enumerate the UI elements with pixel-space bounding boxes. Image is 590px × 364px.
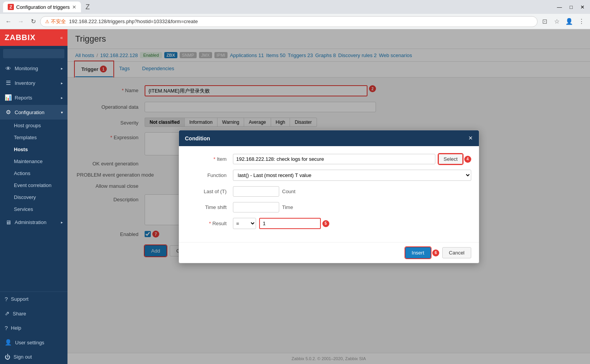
- inventory-icon: ☰: [5, 79, 12, 86]
- last-of-control: Count: [233, 186, 471, 197]
- modal-row-function: Function last() - Last (most recent) T v…: [187, 170, 471, 181]
- sidebar-sub-item-services[interactable]: Services: [0, 203, 67, 215]
- profile-button[interactable]: 👤: [564, 16, 575, 27]
- count-label: Count: [282, 189, 296, 194]
- sidebar-logo: ZABBIX «: [0, 29, 67, 46]
- help-label: Help: [11, 325, 21, 331]
- modal-cancel-button[interactable]: Cancel: [442, 247, 471, 258]
- content-wrapper: Triggers All hosts / 192.168.222.128 Ena…: [67, 29, 590, 364]
- sidebar-bottom-support[interactable]: ? Support: [0, 292, 67, 306]
- last-of-label: Last of (T): [187, 189, 233, 194]
- sidebar-item-configuration[interactable]: ⚙ Configuration ▾: [0, 105, 67, 120]
- chevron-right-icon: ▸: [61, 220, 63, 224]
- admin-icon: 🖥: [5, 219, 12, 226]
- browser-tab[interactable]: Z Configuration of triggers ✕: [3, 2, 81, 12]
- menu-button[interactable]: ⋮: [576, 16, 587, 27]
- sidebar-item-label: Inventory: [15, 80, 35, 86]
- sidebar-item-label: Reports: [15, 95, 32, 101]
- tab-title: Configuration of triggers: [16, 4, 70, 10]
- search-input[interactable]: [3, 49, 64, 58]
- browser-controls: ← → ↻ ⚠ 不安全 192.168.222.128/triggers.php…: [0, 14, 590, 29]
- app-container: ZABBIX « 👁 Monitoring ▸ ☰ Inventory ▸ 📊 …: [0, 29, 590, 364]
- chevron-right-icon: ▸: [61, 66, 63, 71]
- insert-button[interactable]: Insert: [405, 247, 431, 258]
- modal-footer: Insert 6 Cancel: [179, 242, 479, 263]
- back-button[interactable]: ←: [3, 16, 14, 27]
- sidebar-sub-item-event-correlation[interactable]: Event correlation: [0, 179, 67, 191]
- modal-row-time-shift: Time shift Time: [187, 202, 471, 212]
- sidebar-sub-item-host-groups[interactable]: Host groups: [0, 120, 67, 131]
- sidebar-search: [0, 46, 67, 61]
- step-badge-5: 5: [322, 220, 329, 227]
- modal-row-result: * Result = 5: [187, 218, 471, 229]
- last-of-input[interactable]: [233, 186, 279, 197]
- sidebar-item-monitoring[interactable]: 👁 Monitoring ▸: [0, 61, 67, 76]
- sidebar-bottom-user-settings[interactable]: 👤 User settings: [0, 335, 67, 350]
- close-button[interactable]: ✕: [578, 4, 587, 10]
- sidebar-bottom-sign-out[interactable]: ⏻ Sign out: [0, 350, 67, 364]
- browser-titlebar: Z Configuration of triggers ✕ Z — □ ✕: [0, 0, 590, 14]
- sidebar-sub-item-templates[interactable]: Templates: [0, 131, 67, 143]
- sidebar-sub-item-hosts[interactable]: Hosts: [0, 143, 67, 155]
- address-bar[interactable]: ⚠ 不安全 192.168.222.128/triggers.php?hosti…: [40, 16, 538, 27]
- user-icon: 👤: [5, 339, 12, 346]
- item-control: Select 4: [233, 154, 471, 164]
- minimize-button[interactable]: —: [555, 4, 564, 10]
- modal-title: Condition: [185, 135, 210, 142]
- sidebar-collapse-icon[interactable]: «: [60, 35, 63, 40]
- sidebar-item-administration[interactable]: 🖥 Administration ▸: [0, 215, 67, 229]
- cast-button[interactable]: ⊡: [539, 16, 550, 27]
- maximize-button[interactable]: □: [567, 4, 575, 10]
- item-input[interactable]: [233, 154, 436, 164]
- logo-text: ZABBIX: [5, 33, 35, 42]
- sidebar-item-reports[interactable]: 📊 Reports ▸: [0, 90, 67, 105]
- time-shift-label: Time shift: [187, 204, 233, 210]
- item-label: * Item: [187, 156, 233, 162]
- address-text: 192.168.222.128/triggers.php?hostid=1033…: [69, 19, 533, 24]
- sidebar-bottom-help[interactable]: ? Help: [0, 321, 67, 335]
- result-control: = 5: [233, 218, 471, 229]
- select-button[interactable]: Select: [438, 154, 462, 164]
- share-icon: ⇗: [5, 310, 10, 317]
- user-settings-label: User settings: [15, 340, 44, 345]
- sidebar-item-label: Administration: [15, 219, 46, 225]
- time-shift-input[interactable]: [233, 202, 279, 212]
- modal-close-button[interactable]: ×: [469, 134, 473, 142]
- forward-button[interactable]: →: [15, 16, 26, 27]
- modal-header: Condition ×: [179, 130, 479, 146]
- condition-modal: Condition × * Item: [179, 130, 479, 263]
- sign-out-label: Sign out: [13, 354, 32, 360]
- time-shift-control: Time: [233, 202, 471, 212]
- share-label: Share: [13, 311, 26, 317]
- sidebar-sub-item-discovery[interactable]: Discovery: [0, 191, 67, 203]
- sidebar: ZABBIX « 👁 Monitoring ▸ ☰ Inventory ▸ 📊 …: [0, 29, 67, 364]
- chevron-right-icon: ▸: [61, 96, 63, 100]
- result-value-input[interactable]: [259, 218, 321, 229]
- reports-icon: 📊: [5, 94, 12, 101]
- modal-row-last-of: Last of (T) Count: [187, 186, 471, 197]
- support-label: Support: [11, 296, 29, 302]
- sidebar-bottom-share[interactable]: ⇗ Share: [0, 306, 67, 321]
- tab-favicon: Z: [8, 4, 14, 10]
- step-badge-4: 4: [464, 156, 471, 163]
- sign-out-icon: ⏻: [5, 354, 10, 360]
- result-operator-select[interactable]: =: [233, 218, 256, 229]
- sidebar-sub-item-maintenance[interactable]: Maintenance: [0, 155, 67, 167]
- result-label: * Result: [187, 221, 233, 226]
- new-tab-button[interactable]: Z: [84, 3, 91, 11]
- modal-row-item: * Item Select 4: [187, 154, 471, 164]
- configuration-icon: ⚙: [5, 109, 12, 116]
- function-select[interactable]: last() - Last (most recent) T value: [233, 170, 471, 181]
- sidebar-item-inventory[interactable]: ☰ Inventory ▸: [0, 76, 67, 90]
- chevron-right-icon: ▸: [61, 81, 63, 85]
- help-icon: ?: [5, 325, 8, 331]
- chevron-down-icon: ▾: [61, 110, 63, 115]
- sidebar-sub-item-actions[interactable]: Actions: [0, 167, 67, 179]
- tab-close-icon[interactable]: ✕: [72, 4, 76, 10]
- refresh-button[interactable]: ↻: [28, 16, 39, 27]
- modal-body: * Item Select 4: [179, 146, 479, 242]
- sidebar-item-label: Monitoring: [15, 66, 38, 71]
- time-label: Time: [282, 204, 293, 210]
- browser-window: Z Configuration of triggers ✕ Z — □ ✕ ← …: [0, 0, 590, 364]
- bookmark-button[interactable]: ☆: [551, 16, 562, 27]
